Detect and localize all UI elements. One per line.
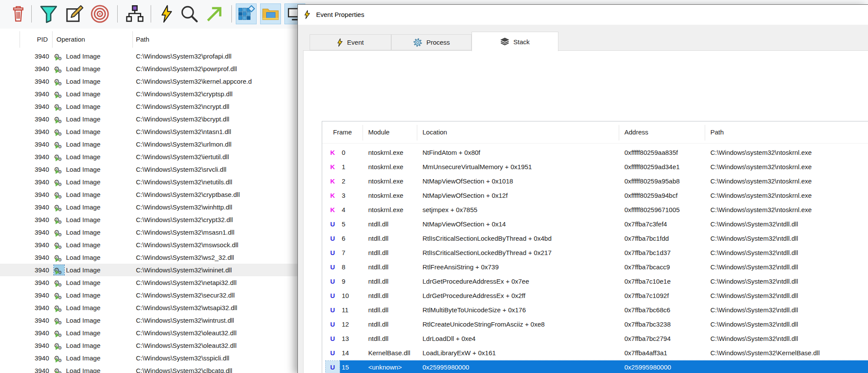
location-cell: NtMapViewOfSection + 0x1018 <box>422 174 513 188</box>
find-button[interactable] <box>179 3 200 24</box>
stack-frame-row[interactable]: U7ntdll.dllRtlIsCriticalSectionLockedByT… <box>322 245 868 260</box>
address-cell: 0x7ffba7bc1fdd <box>624 231 669 245</box>
pid-cell: 3940 <box>20 176 49 188</box>
location-cell: NtMapViewOfSection + 0x12f <box>422 188 508 203</box>
stack-frame-row[interactable]: U15<unknown>0x259959800000x25995980000 <box>322 360 868 373</box>
load-image-icon: ⚙⚙ <box>54 51 64 61</box>
column-header-frame[interactable]: Frame <box>333 121 352 143</box>
tab-process[interactable]: Process <box>391 34 472 50</box>
frame-type-cell: K <box>326 188 340 203</box>
dialog-titlebar[interactable]: Event Properties <box>298 5 868 25</box>
frame-number-cell: 9 <box>342 274 345 288</box>
frame-number-cell: 10 <box>342 288 349 303</box>
load-image-icon: ⚙⚙ <box>54 303 64 313</box>
show-file-system-activity-toggle[interactable] <box>260 3 281 24</box>
path-cell: C:\Windows\System32\KernelBase.dll <box>710 346 820 360</box>
operation-cell: Load Image <box>66 151 100 163</box>
pid-cell: 3940 <box>20 239 49 251</box>
operation-cell: Load Image <box>66 88 100 100</box>
pid-cell: 3940 <box>20 364 49 373</box>
lightning-icon <box>304 10 310 19</box>
filter-button[interactable] <box>38 3 59 24</box>
stack-frame-row[interactable]: K1ntoskrnl.exeMmUnsecureVirtualMemory + … <box>322 160 868 174</box>
stack-frame-row[interactable]: U10ntdll.dllLdrGetProcedureAddressEx + 0… <box>322 288 868 303</box>
module-cell: ntoskrnl.exe <box>368 145 403 160</box>
stack-frame-row[interactable]: K0ntoskrnl.exeNtFindAtom + 0x80f0xfffff8… <box>322 145 868 160</box>
column-header-operation[interactable]: Operation <box>56 29 85 50</box>
stack-frame-row[interactable]: U12ntdll.dllRtlCreateUnicodeStringFromAs… <box>322 317 868 331</box>
frame-number-cell: 14 <box>342 346 349 360</box>
location-cell: RtlCreateUnicodeStringFromAsciiz + 0xe8 <box>422 317 545 331</box>
column-separator[interactable] <box>52 31 53 48</box>
column-header-module[interactable]: Module <box>368 121 389 143</box>
pid-cell: 3940 <box>20 138 49 151</box>
location-cell: RtlIsCriticalSectionLockedByThread + 0x4… <box>422 231 551 245</box>
path-cell: C:\Windows\System32\cryptsp.dll <box>136 88 233 100</box>
stack-frame-row[interactable]: K4ntoskrnl.exesetjmpex + 0x78550xfffff80… <box>322 203 868 217</box>
stack-frame-row[interactable]: U6ntdll.dllRtlIsCriticalSectionLockedByT… <box>322 231 868 245</box>
event-properties-button[interactable] <box>156 3 177 24</box>
stack-frame-row[interactable]: U8ntdll.dllRtlFreeAnsiString + 0x7390x7f… <box>322 260 868 274</box>
frame-number-cell: 15 <box>342 360 349 373</box>
path-cell: C:\Windows\System32\bcrypt.dll <box>136 113 229 125</box>
path-cell: C:\Windows\System32\wininet.dll <box>136 264 232 276</box>
load-image-icon: ⚙⚙ <box>54 101 64 111</box>
load-image-icon: ⚙⚙ <box>54 114 64 124</box>
stack-list: Frame Module Location Address Path K0nto… <box>322 121 868 373</box>
frame-number-cell: 12 <box>342 317 349 331</box>
tab-process-label: Process <box>426 39 450 46</box>
include-process-button[interactable] <box>89 3 110 24</box>
load-image-icon: ⚙⚙ <box>54 252 64 262</box>
column-separator[interactable] <box>363 125 363 141</box>
column-separator[interactable] <box>20 31 20 48</box>
address-cell: 0x25995980000 <box>624 360 671 373</box>
stack-frame-row[interactable]: K3ntoskrnl.exeNtMapViewOfSection + 0x12f… <box>322 188 868 203</box>
location-cell: setjmpex + 0x7855 <box>422 203 477 217</box>
address-cell: 0xfffff80259aa835f <box>624 145 678 160</box>
stack-frame-row[interactable]: U9ntdll.dllLdrGetProcedureAddressEx + 0x… <box>322 274 868 288</box>
process-tree-button[interactable] <box>124 3 145 24</box>
jump-to-button[interactable] <box>204 3 225 24</box>
pid-cell: 3940 <box>20 100 49 113</box>
registry-grid-icon <box>238 5 255 23</box>
operation-cell: Load Image <box>66 100 100 113</box>
column-separator[interactable] <box>417 125 417 141</box>
column-header-path[interactable]: Path <box>710 121 724 143</box>
module-cell: ntdll.dll <box>368 231 389 245</box>
highlight-button[interactable] <box>64 3 85 24</box>
column-separator[interactable] <box>619 125 619 141</box>
stack-frame-row[interactable]: U5ntdll.dllNtMapViewOfSection + 0x140x7f… <box>322 217 868 231</box>
column-separator[interactable] <box>132 31 133 48</box>
toolbar-separator <box>117 5 118 23</box>
pid-cell: 3940 <box>20 113 49 125</box>
layers-icon <box>500 38 509 46</box>
stack-frame-row[interactable]: U11ntdll.dllRtlMultiByteToUnicodeSize + … <box>322 303 868 317</box>
column-header-path[interactable]: Path <box>136 29 149 50</box>
stack-frame-row[interactable]: U13ntdll.dllLdrLoadDll + 0xe40x7ffba7bc2… <box>322 331 868 346</box>
tab-event[interactable]: Event <box>310 34 391 50</box>
path-cell: C:\Windows\System32\secur32.dll <box>136 289 235 301</box>
procmon-screen: PID Operation Path 3940⚙⚙Load ImageC:\Wi… <box>0 0 868 373</box>
path-cell: C:\Windows\System32\kernel.appcore.d <box>136 75 252 88</box>
path-cell: C:\Windows\System32\ntdll.dll <box>710 274 798 288</box>
address-cell: 0x7ffba7c3fef4 <box>624 217 667 231</box>
tab-stack[interactable]: Stack <box>472 32 558 51</box>
address-cell: 0x7ffba7c1092f <box>624 288 669 303</box>
stack-frame-row[interactable]: K2ntoskrnl.exeNtMapViewOfSection + 0x101… <box>322 174 868 188</box>
path-cell: C:\Windows\System32\ntdll.dll <box>710 260 798 274</box>
address-cell: 0x7ffba7bc68c6 <box>624 303 670 317</box>
stack-frame-row[interactable]: U14KernelBase.dllLoadLibraryExW + 0x1610… <box>322 346 868 360</box>
column-header-location[interactable]: Location <box>422 121 447 143</box>
clear-button[interactable] <box>8 3 29 24</box>
operation-cell: Load Image <box>66 239 100 251</box>
column-header-address[interactable]: Address <box>624 121 648 143</box>
load-image-icon: ⚙⚙ <box>54 164 64 174</box>
path-cell: C:\Windows\System32\ntdll.dll <box>710 303 798 317</box>
address-cell: 0x7ffba7bcacc9 <box>624 260 670 274</box>
column-header-pid[interactable]: PID <box>27 29 48 50</box>
load-image-icon: ⚙⚙ <box>54 139 64 149</box>
column-separator[interactable] <box>705 125 705 141</box>
pid-cell: 3940 <box>20 352 49 364</box>
path-cell: C:\Windows\System32\mswsock.dll <box>136 239 238 251</box>
show-registry-activity-toggle[interactable] <box>236 3 257 24</box>
